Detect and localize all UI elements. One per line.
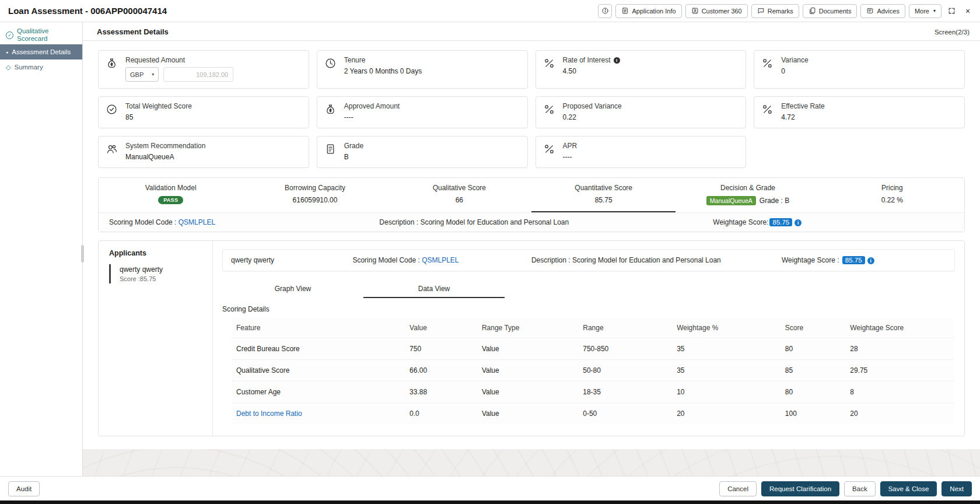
card-value: 85	[125, 113, 192, 121]
money-bag-icon	[324, 102, 337, 121]
remarks-icon	[757, 7, 765, 15]
percent-icon	[761, 56, 774, 82]
customer-360-icon	[691, 7, 699, 15]
range-cell: 750-850	[578, 338, 672, 360]
strip-validation-model[interactable]: Validation Model PASS	[99, 178, 243, 212]
strip-decision-grade[interactable]: Decision & Grade ManualQueueA Grade : B	[676, 178, 820, 212]
card-label: Proposed Variance	[563, 102, 622, 110]
back-button[interactable]: Back	[844, 481, 876, 496]
card-value: 2 Years 0 Months 0 Days	[344, 67, 422, 75]
feature-link[interactable]: Debt to Income Ratio	[236, 410, 302, 418]
scoring-model-code-link[interactable]: QSMLPLEL	[422, 256, 459, 264]
weightage-pct-cell: 35	[672, 338, 780, 360]
range-type-cell: Value	[477, 338, 578, 360]
info-icon[interactable]: i	[867, 257, 874, 264]
strip-qualitative-score[interactable]: Qualitative Score 66	[387, 178, 531, 212]
advices-icon	[866, 7, 874, 15]
top-header: Loan Assessment - 006APP000047414 Applic…	[0, 0, 980, 22]
percent-icon	[543, 102, 556, 121]
pass-badge: PASS	[158, 196, 183, 204]
sidebar: ✓ Qualitative Scorecard ● Assessment Det…	[0, 22, 83, 476]
applicant-scoring-model-code: Scoring Model Code : QSMLPLEL	[352, 256, 531, 264]
card-label: Rate of Interest i	[563, 56, 620, 64]
info-icon	[601, 7, 609, 15]
column-header: Weightage %	[672, 318, 780, 338]
currency-select[interactable]: GBP ▾	[125, 67, 159, 82]
scoring-details-table: Feature Value Range Type Range Weightage…	[232, 318, 954, 424]
card-value: 0.22	[563, 113, 622, 121]
card-label: Requested Amount	[125, 56, 233, 64]
check-circle-icon: ✓	[6, 32, 13, 39]
chevron-down-icon: ▾	[933, 8, 936, 13]
save-and-close-button[interactable]: Save & Close	[880, 481, 937, 496]
more-button[interactable]: More ▾	[909, 4, 942, 18]
score-cell: 85	[780, 360, 845, 382]
value-cell: 33.88	[405, 382, 477, 403]
money-bag-icon	[106, 56, 118, 82]
table-row: Debt to Income Ratio 0.0 Value 0-50 20 1…	[232, 403, 954, 425]
tab-data-view[interactable]: Data View	[363, 281, 505, 298]
clock-icon	[324, 56, 337, 82]
card-value: ----	[344, 113, 400, 121]
section-title: Assessment Details	[97, 27, 169, 36]
range-type-cell: Value	[477, 403, 578, 425]
card-variance: Variance 0	[754, 50, 965, 89]
next-button[interactable]: Next	[942, 481, 972, 496]
applicants-title: Applicants	[99, 249, 212, 264]
applicant-detail-bar: qwerty qwerty Scoring Model Code : QSMLP…	[222, 249, 955, 271]
score-cell: 100	[780, 403, 845, 425]
remarks-button[interactable]: Remarks	[751, 4, 799, 18]
advices-button[interactable]: Advices	[860, 4, 905, 18]
info-button[interactable]	[598, 4, 612, 18]
cancel-button[interactable]: Cancel	[719, 481, 757, 496]
documents-label: Documents	[819, 8, 852, 15]
range-cell: 0-50	[578, 403, 672, 425]
card-value: B	[344, 153, 363, 161]
value-cell: 66.00	[405, 360, 477, 382]
header-actions: Application Info Customer 360 Remarks Do…	[598, 4, 974, 18]
strip-borrowing-capacity[interactable]: Borrowing Capacity 616059910.00	[243, 178, 387, 212]
tab-graph-view[interactable]: Graph View	[222, 281, 363, 298]
request-clarification-button[interactable]: Request Clarification	[761, 481, 839, 496]
people-icon	[106, 142, 118, 161]
assessment-sheet: Requested Amount GBP ▾	[83, 41, 980, 449]
applicant-scoring-model-description: Description : Scoring Model for Educatio…	[531, 256, 782, 264]
audit-button[interactable]: Audit	[8, 481, 40, 496]
sidebar-item-qualitative-scorecard[interactable]: ✓ Qualitative Scorecard	[0, 26, 82, 44]
currency-value: GBP	[130, 71, 144, 78]
feature-cell: Credit Bureau Score	[232, 338, 405, 360]
card-approved-amount: Approved Amount ----	[317, 96, 528, 128]
advices-label: Advices	[877, 8, 900, 15]
card-effective-rate: Effective Rate 4.72	[754, 96, 965, 128]
strip-quantitative-score[interactable]: Quantitative Score 85.75	[531, 178, 676, 212]
scoring-model-description: Description : Scoring Model for Educatio…	[379, 218, 713, 226]
weightage-pct-cell: 10	[672, 382, 780, 403]
sidebar-drag-handle[interactable]	[81, 245, 84, 262]
close-icon[interactable]: ×	[961, 5, 974, 18]
info-icon[interactable]: i	[794, 219, 802, 226]
applicant-detail-panel: qwerty qwerty Scoring Model Code : QSMLP…	[213, 241, 964, 436]
strip-pricing[interactable]: Pricing 0.22 %	[820, 178, 964, 212]
sidebar-item-assessment-details[interactable]: ● Assessment Details	[0, 44, 82, 60]
expand-icon[interactable]	[945, 5, 958, 18]
scoring-model-row: Scoring Model Code : QSMLPLEL Descriptio…	[99, 212, 964, 232]
grade-text: Grade : B	[760, 197, 789, 205]
card-system-recommendation: System Recommendation ManualQueueA	[98, 136, 309, 168]
content-area: Assessment Details Screen(2/3) Requested…	[83, 22, 980, 476]
requested-amount-input[interactable]	[163, 67, 233, 82]
sidebar-item-summary[interactable]: ◇ Summary	[0, 60, 82, 75]
scoring-model-code-link[interactable]: QSMLPLEL	[178, 218, 215, 226]
value-cell: 0.0	[405, 403, 477, 425]
card-value: 0	[781, 67, 808, 75]
info-icon[interactable]: i	[614, 57, 620, 64]
customer-360-button[interactable]: Customer 360	[685, 4, 748, 18]
screen-indicator: Screen(2/3)	[935, 29, 970, 36]
card-rate-of-interest: Rate of Interest i 4.50	[536, 50, 747, 89]
applicant-list-item[interactable]: qwerty qwerty Score :85.75	[109, 264, 212, 284]
card-label: Variance	[781, 56, 808, 64]
card-label: Tenure	[344, 56, 422, 64]
documents-button[interactable]: Documents	[803, 4, 858, 18]
application-info-button[interactable]: Application Info	[615, 4, 681, 18]
bullet-icon: ●	[6, 50, 8, 54]
customer-360-label: Customer 360	[702, 8, 742, 15]
